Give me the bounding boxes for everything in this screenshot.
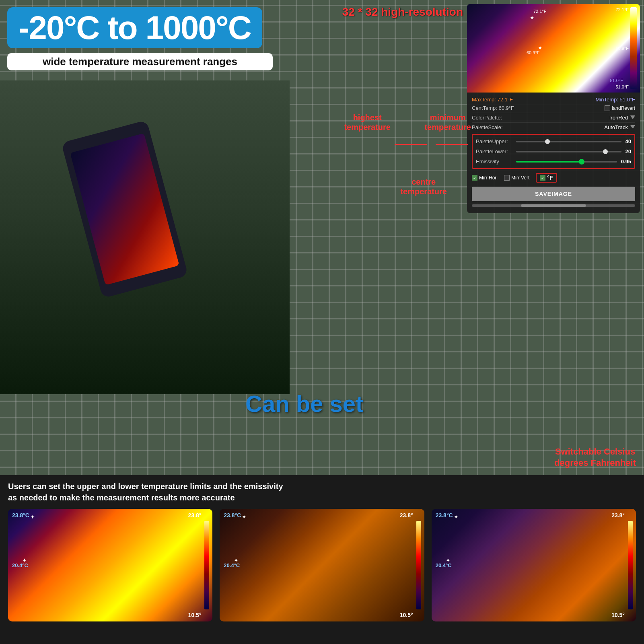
mirr-vert-check[interactable] [504,175,510,181]
thumb3-star-center: ✦ [446,557,451,564]
palette-lower-thumb[interactable] [603,149,608,154]
thumb3-tl: 23.8°C [436,512,453,518]
thumb3-color-bar [628,521,633,609]
min-spot-label: 51.0°F [610,78,623,83]
mirr-hori-check[interactable] [472,175,477,181]
thermal-color-bar [630,7,637,89]
mirr-hori-checkbox[interactable]: Mirr Hori [472,175,498,181]
temp-display-row: MaxTemp: 72.1°F MinTemp: 51.0°F [472,95,635,103]
mirr-vert-checkbox[interactable]: Mirr Vert [504,175,529,181]
color-palette-row: ColorPalette: IronRed [472,113,635,123]
palette-upper-slider[interactable] [516,141,621,142]
emissivity-slider[interactable] [516,161,617,163]
max-spot-label: 72.1°F [533,9,547,14]
palette-scale-label: PaletteScale: [472,124,508,130]
thumb3-star-max: ✦ [454,514,459,520]
emissivity-label: Emissivity [476,158,512,165]
palette-lower-row: PaletteLower: 20 [476,146,631,156]
thumb1-tl: 23.8°C [12,512,29,518]
cent-temp-label: CentTemp: 60.9°F [472,105,514,111]
can-be-set-label: Can be set [245,390,363,417]
color-palette-value: IronRed [609,115,628,121]
indicator-line-max [436,144,468,145]
center-spot-label: 60.9°F [527,50,540,55]
minimum-line2: temperature [424,123,471,132]
scrollbar[interactable] [472,204,635,207]
centre-line2: temperature [400,187,447,196]
unit-toggle-box[interactable]: °F [536,173,557,183]
color-palette-label: ColorPalette: [472,115,508,121]
switchable-line2: degrees Fahrenheit [554,458,636,468]
palette-scale-row: PaletteScale: AutoTrack [472,123,635,132]
thumb1-star-max: ✦ [30,514,35,520]
emissivity-thumb[interactable] [579,159,584,165]
highest-line1: highest [353,113,382,122]
bar-max-temp: 72.1°F [615,7,629,12]
palette-lower-label: PaletteLower: [476,148,512,154]
land-revert-checkbox[interactable]: landRevert [605,105,635,111]
thumb2-star-center: ✦ [234,557,239,564]
description-line1: Users can set the upper and lower temper… [8,482,283,491]
color-palette-dropdown[interactable]: IronRed [609,115,635,121]
palette-upper-value: 40 [625,138,631,144]
mirr-vert-label: Mirr Vert [511,175,529,181]
thumb1-color-bar [204,521,209,609]
thermal-thumb-1: 23.8°C 23.8° 20.4°C 10.5° ✦ ✦ [8,509,212,621]
thermal-thumb-3: 23.8°C 23.8° 20.4°C 10.5° ✦ ✦ [432,509,636,621]
temp-range-title: -20°C to 1000°C [19,11,251,44]
indicator-line-min [395,144,427,145]
controls-area: MaxTemp: 72.1°F MinTemp: 51.0°F CentTemp… [467,93,640,209]
min-temp-display: MinTemp: 51.0°F [596,97,635,103]
unit-check[interactable] [540,175,545,181]
land-revert-check[interactable] [605,105,610,111]
thermal-images-row: 23.8°C 23.8° 20.4°C 10.5° ✦ ✦ 23.8°C 23.… [8,509,636,621]
scrollbar-thumb[interactable] [521,204,586,207]
phone-device [61,120,188,298]
land-revert-label: landRevert [612,105,635,111]
annotation-minimum: minimum temperature [424,113,471,132]
bottom-checkboxes: Mirr Hori Mirr Vert °F [472,171,635,185]
minimum-line1: minimum [430,113,466,122]
switchable-line1: Switchable Celsius [555,446,635,457]
emissivity-value: 0.95 [621,158,631,165]
palette-scale-value: AutoTrack [604,124,628,130]
header-box: -20°C to 1000°C wide temperature measure… [7,7,273,70]
unit-symbol: °F [547,175,553,181]
thermal-thumb-2: 23.8°C 23.8° 20.4°C 10.5° ✦ ✦ [220,509,424,621]
temp-range-banner: -20°C to 1000°C [7,7,262,48]
annotation-centre: centre temperature [400,177,447,196]
bottom-area: Users can set the upper and lower temper… [0,475,644,644]
highest-line2: temperature [344,123,391,132]
thumb2-tl: 23.8°C [224,512,241,518]
thumb2-tr: 23.8° [400,512,413,518]
bottom-description: Users can set the upper and lower temper… [8,481,636,503]
max-temp-display: MaxTemp: 72.1°F [472,97,513,103]
emissivity-row: Emissivity 0.95 [476,156,631,167]
temp-range-subtitle: wide temperature measurement ranges [43,56,237,68]
max-spot-star: ✦ [529,14,535,22]
color-palette-arrow-icon [630,115,635,120]
palette-lower-value: 20 [625,148,631,154]
thumb1-br: 10.5° [188,612,201,618]
palette-lower-slider[interactable] [516,151,621,152]
resolution-label: 32 * 32 high-resolution [342,6,463,19]
thumb2-color-bar [416,521,421,609]
centre-line1: centre [412,177,436,186]
bar-min-temp: 51.0°F [615,84,629,89]
annotation-switchable: Switchable Celsius degrees Fahrenheit [554,446,636,469]
thumb3-tr: 23.8° [611,512,625,518]
palette-scale-dropdown[interactable]: AutoTrack [604,124,635,130]
right-panel: 72.1°F 60.9°F 51.0°F ✦ 72.1°F ✦ 60.9°F 5… [467,4,640,213]
palette-scale-arrow-icon [630,125,635,130]
palette-upper-label: PaletteUpper: [476,138,512,144]
bar-mid-temp: 60.9°F [615,46,629,51]
palette-upper-thumb[interactable] [545,139,550,144]
thumb1-star-center: ✦ [22,557,27,564]
phone-screen [70,133,179,285]
palette-upper-row: PaletteUpper: 40 [476,136,631,146]
cent-temp-row: CentTemp: 60.9°F landRevert [472,103,635,113]
mirr-hori-label: Mirr Hori [479,175,498,181]
annotation-highest: highest temperature [344,113,391,132]
thumb2-br: 10.5° [400,612,413,618]
save-image-button[interactable]: SAVEIMAGE [472,187,635,201]
